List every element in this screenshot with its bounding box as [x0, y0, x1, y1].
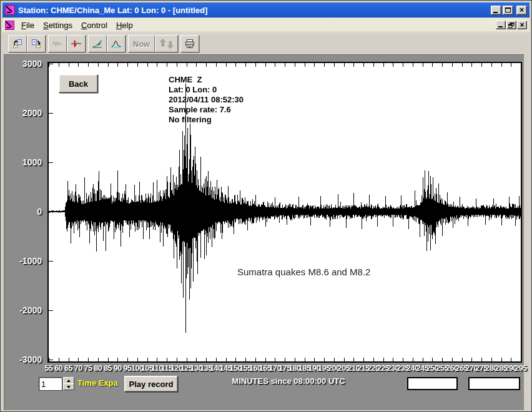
pick-phase-icon — [71, 38, 81, 49]
menu-help[interactable]: Help — [112, 19, 137, 31]
x-tick-label: 75 — [84, 364, 92, 373]
down-arrow-icon — [67, 386, 71, 388]
seismogram-trace-canvas[interactable] — [49, 63, 521, 361]
play-record-button[interactable]: Play record — [124, 376, 178, 392]
mdi-child-icon — [5, 21, 14, 30]
x-tick-label: 85 — [104, 364, 112, 373]
menu-control[interactable]: Control — [77, 19, 112, 31]
y-tick-label: 3000 — [4, 59, 42, 69]
waveform-button — [48, 35, 67, 52]
waveform-icon — [52, 39, 62, 49]
close-icon: × — [520, 22, 524, 28]
x-tick-label: 55 — [45, 364, 53, 373]
time-expand-spinner — [63, 377, 74, 391]
y-tick-label: -3000 — [4, 355, 42, 365]
scroll-arrows-icon — [159, 37, 174, 50]
x-tick-label: 95 — [124, 364, 132, 373]
response-curve-button[interactable] — [107, 35, 126, 52]
menubar: FileSettingsControlHelp × — [2, 18, 530, 32]
y-tick-label: 1000 — [4, 157, 42, 167]
spectrum-p-button[interactable]: P — [88, 35, 107, 52]
titlebar: Station: CHME/China_Me Lat: 0 Lon: 0 - [… — [2, 2, 530, 17]
load-record-button[interactable] — [8, 35, 27, 52]
now-button: Now — [128, 35, 155, 52]
menu-file[interactable]: File — [17, 19, 39, 31]
close-button[interactable]: × — [516, 6, 527, 15]
load-record-icon — [12, 37, 22, 50]
print-button[interactable] — [180, 35, 199, 52]
save-record-button[interactable] — [27, 35, 46, 52]
app-icon — [5, 5, 15, 15]
x-tick-label: 90 — [114, 364, 122, 373]
chart-panel: 3000200010000-1000-2000-3000 Back CHME Z… — [4, 54, 524, 410]
restore-icon — [508, 22, 515, 28]
mdi-window-buttons: × — [495, 21, 527, 29]
x-tick-label: 295 — [515, 364, 526, 373]
x-axis-title: MINUTES since 08:00:00 UTC — [192, 376, 385, 386]
print-icon — [185, 37, 195, 50]
pick-phase-button[interactable] — [67, 35, 86, 52]
app-window: Station: CHME/China_Me Lat: 0 Lon: 0 - [… — [0, 0, 532, 412]
y-tick-label: -2000 — [4, 305, 42, 315]
minimize-icon — [498, 26, 503, 27]
up-arrow-icon — [67, 380, 71, 382]
menu-items: FileSettingsControlHelp — [17, 19, 137, 31]
time-expand-input[interactable] — [39, 377, 62, 391]
response-curve-icon — [111, 37, 121, 50]
maximize-icon — [505, 7, 511, 12]
seismogram-plot: Back CHME Z Lat: 0 Lon: 0 2012/04/11 08:… — [47, 62, 522, 363]
blank-field-1[interactable] — [407, 377, 458, 390]
spectrum-p-icon: P — [92, 37, 102, 50]
scroll-arrows-button — [155, 35, 178, 52]
y-tick-label: 2000 — [4, 108, 42, 118]
mdi-minimize-button[interactable] — [496, 21, 506, 29]
blank-field-2[interactable] — [468, 377, 520, 390]
spinner-down-button[interactable] — [63, 383, 74, 390]
x-tick-label: 70 — [74, 364, 82, 373]
window-title: Station: CHME/China_Me Lat: 0 Lon: 0 - [… — [18, 6, 490, 15]
svg-text:P: P — [98, 42, 101, 46]
x-tick-label: 60 — [54, 364, 62, 373]
back-button[interactable]: Back — [59, 74, 98, 93]
now-label: Now — [133, 39, 150, 49]
x-tick-label: 65 — [64, 364, 72, 373]
maximize-button[interactable] — [503, 6, 513, 15]
save-record-icon — [31, 37, 41, 50]
event-annotation: Sumatra quakes M8.6 and M8.2 — [237, 267, 370, 277]
y-tick-label: -1000 — [4, 256, 42, 266]
minimize-icon — [493, 12, 498, 13]
close-icon: × — [520, 7, 524, 13]
minimize-button[interactable] — [491, 6, 501, 15]
menu-settings[interactable]: Settings — [39, 19, 77, 31]
mdi-close-button[interactable]: × — [517, 21, 527, 29]
mdi-restore-button[interactable] — [506, 21, 516, 29]
y-tick-label: 0 — [4, 207, 42, 217]
time-expand-label: Time Expa — [77, 378, 118, 388]
x-tick-label: 80 — [94, 364, 102, 373]
station-info-block: CHME Z Lat: 0 Lon: 0 2012/04/11 08:52:30… — [169, 75, 244, 125]
toolbar: P Now — [2, 32, 530, 54]
